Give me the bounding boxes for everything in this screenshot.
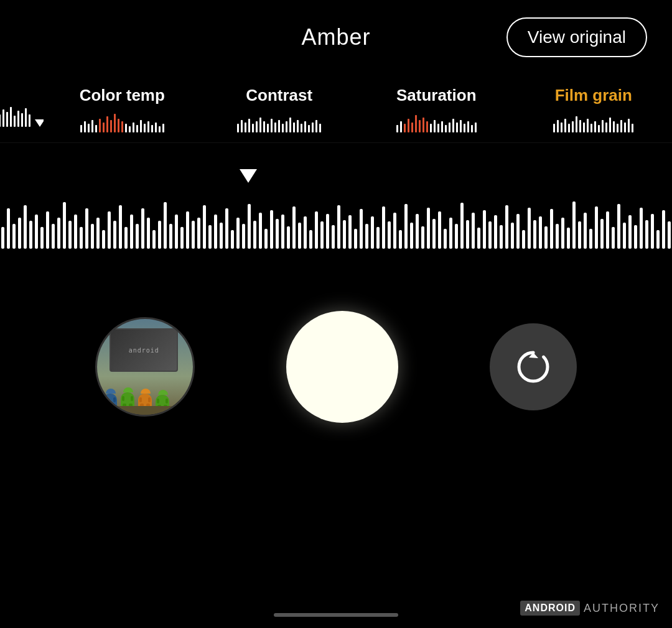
slider-indicator-arrow [240,169,257,183]
saturation-ticks [396,110,477,132]
film-grain-ticks [553,110,633,132]
tab-saturation[interactable]: Saturation [358,75,515,132]
tab-film-grain-label: Film grain [555,86,632,105]
tab-color-temp-label: Color temp [80,86,165,105]
watermark-brand: ANDROID [520,601,580,616]
contrast-ticks [237,110,321,132]
tab-saturation-label: Saturation [396,86,477,105]
tab-partial-left[interactable] [0,75,44,127]
view-original-button[interactable]: View original [506,17,647,57]
scroll-indicator [274,613,398,617]
header: Amber View original [0,0,672,75]
android-scene: android [97,319,193,415]
floor [97,406,193,415]
partial-tab-ticks [0,104,44,127]
reset-icon [511,345,555,389]
tabs-bar: Color temp Cont [0,75,672,143]
reset-button[interactable] [490,323,577,410]
main-slider-ticks [0,193,672,249]
watermark-suffix: AUTHORITY [584,602,660,615]
main-slider-section[interactable] [0,143,672,286]
tab-film-grain[interactable]: Film grain [515,75,673,132]
monitor-bg: android [110,328,178,372]
controls-section: android [0,286,672,448]
filter-name: Amber [301,24,370,50]
watermark: ANDROID AUTHORITY [520,601,660,616]
tab-color-temp[interactable]: Color temp [44,75,201,132]
color-preview-circle[interactable] [286,311,398,423]
tab-contrast-label: Contrast [246,86,312,105]
photo-thumbnail[interactable]: android [95,317,195,417]
tab-contrast[interactable]: Contrast [201,75,358,132]
color-temp-ticks [80,110,164,132]
